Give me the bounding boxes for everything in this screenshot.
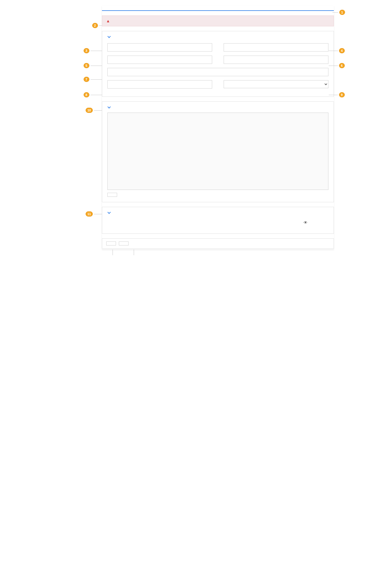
chevron-down-icon: [107, 35, 110, 38]
export-button[interactable]: [106, 241, 116, 245]
callout-9-badge: 9: [339, 92, 345, 97]
advanced-url-input[interactable]: [107, 80, 212, 89]
code-editor-toggle[interactable]: [107, 106, 328, 109]
eye-icon: 👁: [304, 220, 308, 225]
code-editor-area[interactable]: [107, 113, 328, 190]
details-toggle[interactable]: [107, 35, 328, 38]
col-description: [221, 219, 301, 227]
edit-code-button[interactable]: [107, 193, 117, 197]
description-input[interactable]: [107, 68, 328, 76]
duplicate-button[interactable]: [119, 241, 129, 245]
footer-actions: [102, 238, 334, 249]
warning-icon: ▲: [106, 19, 110, 23]
callout-7-badge: 7: [84, 77, 89, 82]
col-type: [150, 219, 181, 227]
attributes-toggle[interactable]: [107, 211, 328, 214]
last-updated-input[interactable]: [224, 56, 328, 64]
main-panel: ▲: [102, 6, 334, 249]
current-version-input[interactable]: [107, 56, 212, 64]
code-editor-section: [102, 101, 334, 202]
callout-3-badge: 3: [84, 48, 89, 53]
chevron-down-icon: [107, 106, 110, 109]
chevron-down-icon: [107, 211, 110, 214]
control-name-input[interactable]: [107, 43, 212, 52]
callout-11-badge: 11: [86, 211, 92, 217]
details-section: [102, 31, 334, 97]
display-name-input[interactable]: [224, 43, 328, 52]
callout-6-badge: 6: [339, 63, 345, 68]
callout-4-badge: 4: [339, 48, 345, 53]
callout-5-badge: 5: [84, 63, 89, 68]
callout-10-badge: 10: [86, 108, 92, 113]
return-attribute-select[interactable]: [224, 80, 328, 88]
col-name: [113, 219, 150, 227]
attributes-section: 👁: [102, 207, 334, 234]
system-control-warning: ▲: [102, 15, 334, 26]
callout-8-badge: 8: [84, 92, 89, 97]
callout-1-badge: 1: [339, 10, 345, 15]
callout-2-badge: 2: [92, 23, 98, 28]
col-default: [181, 219, 221, 227]
